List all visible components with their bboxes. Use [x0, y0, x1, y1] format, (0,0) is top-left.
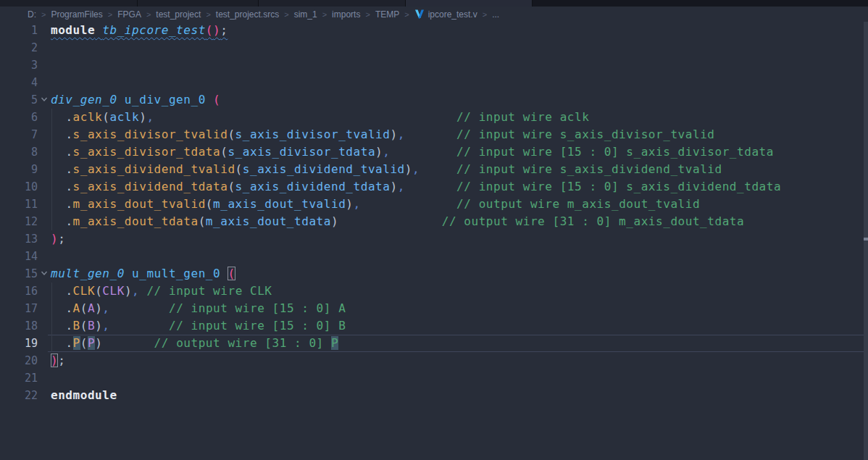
- token: [51, 214, 65, 228]
- breadcrumb-item[interactable]: FPGA: [117, 9, 141, 20]
- token: // output wire [31 : 0]: [154, 336, 331, 350]
- code-line-1[interactable]: 1module tb_ipcore_test();: [0, 22, 864, 39]
- token: s_axis_divisor_tdata: [73, 145, 221, 159]
- code-editor[interactable]: 1module tb_ipcore_test();2345div_gen_0 u…: [0, 22, 864, 460]
- code-line-12[interactable]: 12 .m_axis_dout_tdata(m_axis_dout_tdata)…: [0, 213, 864, 230]
- code-line-19[interactable]: 19 .P(P) // output wire [31 : 0] P: [0, 335, 864, 352]
- code-text: module tb_ipcore_test();: [51, 23, 228, 37]
- token: .: [65, 336, 72, 350]
- token: P: [73, 336, 80, 350]
- token: ): [346, 197, 353, 211]
- code-line-7[interactable]: 7 .s_axis_divisor_tvalid(s_axis_divisor_…: [0, 126, 864, 143]
- breadcrumb-symbol-trail[interactable]: ...: [492, 9, 499, 20]
- token: // input wire [15 : 0] s_axis_divisor_td…: [456, 145, 774, 159]
- scrollbar-marker: [864, 238, 868, 241]
- token: ,: [132, 284, 139, 298]
- token: CLK: [73, 284, 96, 298]
- token: [51, 145, 65, 159]
- token: (: [228, 267, 235, 280]
- token: // input wire [15 : 0] s_axis_dividend_t…: [456, 180, 781, 193]
- token: endmodule: [51, 388, 117, 402]
- breadcrumb-item[interactable]: test_project.srcs: [216, 9, 279, 20]
- token: (: [80, 319, 88, 333]
- fold-chevron-icon[interactable]: [38, 91, 51, 109]
- token: (: [199, 214, 206, 228]
- breadcrumb-item[interactable]: TEMP: [375, 9, 399, 20]
- line-number: 2: [0, 39, 38, 57]
- code-line-22[interactable]: 22endmodule: [0, 387, 864, 404]
- code-line-10[interactable]: 10 .s_axis_dividend_tdata(s_axis_dividen…: [0, 178, 864, 196]
- tab-0[interactable]: [0, 0, 138, 7]
- line-number: 6: [0, 109, 38, 126]
- tab-2[interactable]: [259, 0, 406, 7]
- breadcrumb-item[interactable]: sim_1: [294, 9, 317, 20]
- token: s_axis_divisor_tdata: [228, 145, 375, 159]
- code-line-16[interactable]: 16 .CLK(CLK), // input wire CLK: [0, 283, 864, 300]
- token: ,: [354, 197, 361, 211]
- code-line-8[interactable]: 8 .s_axis_divisor_tdata(s_axis_divisor_t…: [0, 143, 864, 161]
- token: B: [73, 319, 80, 333]
- breadcrumb-file[interactable]: ipcore_test.v: [414, 9, 477, 20]
- tab-1[interactable]: [138, 0, 259, 7]
- code-line-9[interactable]: 9 .s_axis_dividend_tvalid(s_axis_dividen…: [0, 161, 864, 178]
- code-text: .aclk(aclk), // input wire aclk: [51, 110, 589, 124]
- fold-chevron-icon[interactable]: [38, 265, 51, 283]
- breadcrumb-item[interactable]: test_project: [156, 9, 201, 20]
- line-number: 17: [0, 300, 38, 317]
- token: [51, 162, 65, 176]
- token: [390, 145, 456, 159]
- token: // input wire [15 : 0] A: [169, 301, 346, 315]
- token: ): [95, 336, 102, 350]
- token: [51, 319, 65, 333]
- token: [420, 162, 456, 176]
- code-line-14[interactable]: 14: [0, 248, 864, 265]
- code-text: div_gen_0 u_div_gen_0 (: [51, 93, 220, 106]
- token: [102, 336, 154, 350]
- line-number: 14: [0, 248, 38, 265]
- code-line-6[interactable]: 6 .aclk(aclk), // input wire aclk: [0, 109, 864, 126]
- token: .: [65, 197, 72, 211]
- tab-active[interactable]: [406, 0, 533, 7]
- token: // output wire [31 : 0] m_axis_dout_tdat…: [442, 214, 745, 228]
- verilog-v-icon: [414, 9, 425, 19]
- token: aclk: [73, 110, 103, 124]
- breadcrumb-item[interactable]: imports: [332, 9, 360, 20]
- scrollbar[interactable]: [864, 22, 868, 460]
- code-line-11[interactable]: 11 .m_axis_dout_tvalid(m_axis_dout_tvali…: [0, 196, 864, 213]
- token: ,: [398, 127, 405, 141]
- token: [125, 267, 132, 280]
- token: s_axis_dividend_tvalid: [73, 162, 235, 176]
- tab-4[interactable]: [533, 0, 868, 7]
- token: (: [206, 23, 213, 37]
- code-line-13[interactable]: 13);: [0, 230, 864, 248]
- code-line-15[interactable]: 15mult_gen_0 u_mult_gen_0 (: [0, 265, 864, 283]
- token: ): [95, 319, 102, 333]
- code-line-4[interactable]: 4: [0, 74, 864, 91]
- code-text: .m_axis_dout_tdata(m_axis_dout_tdata) //…: [51, 214, 744, 228]
- token: s_axis_dividend_tvalid: [243, 162, 405, 176]
- token: [51, 301, 65, 315]
- token: (: [80, 336, 88, 350]
- token: m_axis_dout_tvalid: [213, 197, 346, 211]
- token: ;: [58, 232, 65, 246]
- code-line-2[interactable]: 2: [0, 39, 864, 57]
- line-number: 4: [0, 74, 38, 91]
- code-line-5[interactable]: 5div_gen_0 u_div_gen_0 (: [0, 91, 864, 109]
- code-line-17[interactable]: 17 .A(A), // input wire [15 : 0] A: [0, 300, 864, 317]
- token: s_axis_divisor_tvalid: [73, 127, 228, 141]
- breadcrumb-item[interactable]: ProgramFiles: [51, 9, 102, 20]
- code-line-18[interactable]: 18 .B(B), // input wire [15 : 0] B: [0, 317, 864, 335]
- code-line-21[interactable]: 21: [0, 369, 864, 387]
- token: ): [213, 23, 220, 37]
- token: aclk: [109, 110, 139, 124]
- token: (: [228, 180, 235, 193]
- token: ,: [398, 180, 405, 193]
- line-number: 3: [0, 57, 38, 74]
- token: ): [390, 127, 397, 141]
- token: [51, 127, 65, 141]
- breadcrumb-item[interactable]: D:: [28, 9, 36, 20]
- token: ,: [412, 162, 420, 176]
- code-line-3[interactable]: 3: [0, 57, 864, 74]
- code-line-20[interactable]: 20);: [0, 352, 864, 369]
- token: [338, 214, 442, 228]
